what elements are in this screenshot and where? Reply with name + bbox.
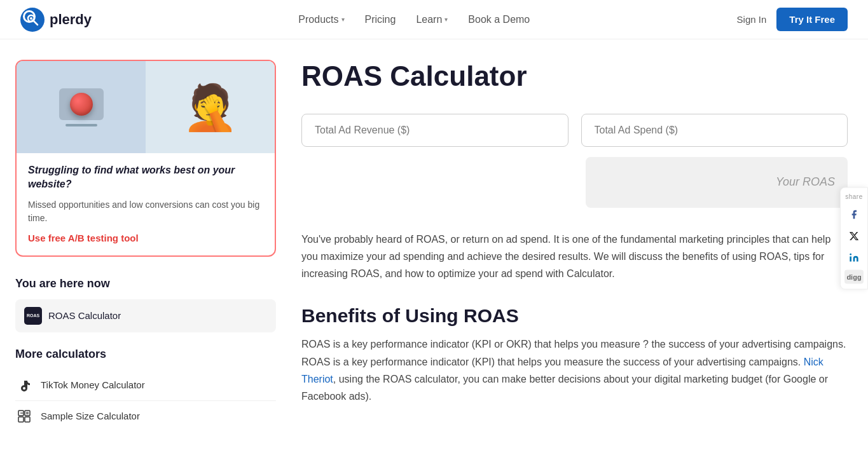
main-content: ROAS Calculator Your ROAS You've probabl… [301,60,848,432]
promo-right-panel: 🤦 [146,61,275,153]
current-item: ROAS ROAS Calculator [15,299,276,332]
logo-text: plerdy [50,11,92,28]
sidebar: 🤦 Struggling to find what works best on … [15,60,276,432]
main-nav: Products ▾ Pricing Learn ▾ Book a Demo [298,14,530,25]
svg-point-2 [30,17,32,20]
spend-input[interactable] [581,114,848,147]
more-calculators-title: More calculators [15,348,276,361]
calc-inputs [301,114,848,147]
digg-share-button[interactable]: digg [844,269,864,283]
promo-card: 🤦 Struggling to find what works best on … [15,60,276,257]
promo-content: Struggling to find what works best on yo… [17,153,275,255]
list-item[interactable]: TikTok Money Calculator [15,370,276,401]
promo-link[interactable]: Use free A/B testing tool [28,233,139,243]
sample-size-calc-label: Sample Size Calculator [41,411,140,421]
benefits-text: ROAS is a key performance indicator (KPI… [301,336,848,405]
list-item[interactable]: Sample Size Calculator [15,401,276,432]
try-free-button[interactable]: Try It Free [776,8,848,31]
promo-image: 🤦 [17,61,275,153]
svg-rect-7 [25,417,30,422]
svg-point-11 [850,253,851,255]
header: plerdy Products ▾ Pricing Learn ▾ Book a… [0,0,868,39]
roas-icon: ROAS [24,307,42,325]
current-item-label: ROAS Calculator [48,310,121,321]
sample-size-icon [15,407,33,425]
nav-pricing[interactable]: Pricing [365,14,396,25]
nav-learn[interactable]: Learn ▾ [416,14,448,25]
svg-rect-5 [25,411,30,416]
promo-heading: Struggling to find what works best on yo… [28,163,263,192]
revenue-input[interactable] [301,114,568,147]
calculator-area: Your ROAS [301,114,848,208]
page-title: ROAS Calculator [301,60,848,93]
svg-point-1 [28,15,34,22]
share-panel: share digg [840,187,868,289]
red-button-icon [70,93,93,116]
more-calculators-section: More calculators TikTok Money Calculator [15,348,276,432]
you-are-here-title: You are here now [15,277,276,290]
description-text: You've probably heard of ROAS, or return… [301,231,848,283]
logo[interactable]: plerdy [20,8,92,32]
logo-icon [20,8,45,32]
chevron-down-icon: ▾ [341,16,345,23]
tiktok-icon [15,376,33,394]
header-actions: Sign In Try It Free [737,8,848,31]
roas-result: Your ROAS [586,157,848,208]
share-label: share [845,193,863,200]
chevron-down-icon: ▾ [444,16,448,23]
sign-in-button[interactable]: Sign In [737,14,767,25]
svg-rect-6 [18,417,24,422]
facebook-share-button[interactable] [844,205,864,224]
you-are-here-section: You are here now ROAS ROAS Calculator [15,277,276,332]
linkedin-share-button[interactable] [844,248,864,267]
twitter-x-share-button[interactable] [844,226,864,245]
promo-left-panel [17,61,146,153]
benefits-title: Benefits of Using ROAS [301,305,848,327]
page-layout: 🤦 Struggling to find what works best on … [0,39,868,452]
nav-products[interactable]: Products ▾ [298,14,344,25]
nav-book-demo[interactable]: Book a Demo [468,14,530,25]
tiktok-calc-label: TikTok Money Calculator [41,379,145,390]
promo-text: Missed opportunities and low conversions… [28,198,263,225]
